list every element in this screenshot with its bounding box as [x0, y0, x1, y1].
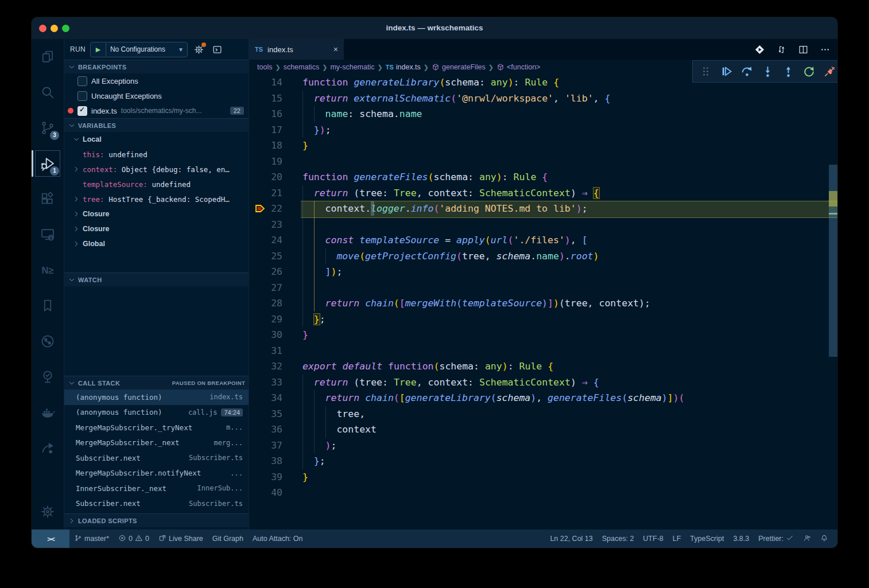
stack-frame-row[interactable]: Subscriber.nextSubscriber.ts	[64, 450, 249, 466]
scope-closure[interactable]: Closure	[64, 207, 249, 221]
status-git-graph[interactable]: Git Graph	[208, 535, 248, 543]
breakpoint-row[interactable]: All Exceptions	[64, 73, 249, 88]
line-number[interactable]: 20	[249, 169, 282, 185]
code-editor[interactable]: 14function generateLibrary(schema: any):…	[249, 75, 837, 529]
stack-frame-row[interactable]: Subscriber.nextSubscriber.ts	[64, 496, 249, 512]
status-ts-version[interactable]: 3.8.3	[728, 535, 754, 543]
code-line[interactable]: 36context	[249, 422, 829, 438]
status-live-share[interactable]: Live Share	[154, 534, 208, 544]
line-number[interactable]: 40	[249, 485, 282, 501]
line-number[interactable]: 37	[249, 438, 282, 454]
sidebar-item-docker[interactable]	[32, 395, 64, 430]
more-actions-button[interactable]	[820, 44, 831, 55]
breadcrumb-item[interactable]: my-schematic	[330, 63, 374, 71]
open-debug-console-button[interactable]	[211, 42, 224, 56]
status-git-branch[interactable]: master*	[69, 534, 114, 544]
watch-section-header[interactable]: WATCH	[64, 272, 249, 286]
status-language-mode[interactable]: TypeScript	[685, 535, 728, 543]
variable-row[interactable]: templateSource: undefined	[64, 177, 249, 192]
code-line[interactable]: 34return chain([generateLibrary(schema),…	[249, 390, 829, 406]
status-indentation[interactable]: Spaces: 2	[598, 535, 639, 543]
sidebar-item-extensions[interactable]	[32, 181, 64, 217]
stack-frame-row[interactable]: (anonymous function)index.ts	[64, 390, 249, 405]
status-feedback[interactable]	[798, 534, 816, 544]
stack-frame-row[interactable]: InnerSubscriber._nextInnerSub...	[64, 481, 249, 496]
line-number[interactable]: 15	[249, 91, 282, 107]
code-line[interactable]: 16name: schema.name	[249, 106, 829, 122]
line-number[interactable]: 28	[249, 295, 282, 311]
code-line[interactable]: 38};	[249, 453, 829, 469]
line-number[interactable]: 26	[249, 264, 282, 280]
breakpoint-checkbox[interactable]	[77, 76, 87, 86]
line-number[interactable]: 32	[249, 359, 282, 375]
code-line[interactable]: 37);	[249, 438, 829, 454]
run-file-button[interactable]	[754, 44, 765, 55]
breadcrumb-item[interactable]: TSindex.ts	[386, 63, 421, 71]
code-line[interactable]: 25move(getProjectConfig(tree, schema.nam…	[249, 248, 829, 264]
code-line[interactable]: 30}	[249, 327, 829, 343]
line-number[interactable]: 14	[249, 75, 282, 91]
step-over-button[interactable]	[738, 63, 755, 80]
line-number[interactable]: 29	[249, 311, 282, 328]
remote-indicator[interactable]: ><	[32, 529, 69, 548]
sidebar-item-test-explorer[interactable]	[32, 359, 64, 395]
breadcrumb-item[interactable]: <function>	[496, 63, 540, 71]
configure-gear-button[interactable]	[192, 42, 206, 56]
stack-frame-row[interactable]: (anonymous function)call.js74:24	[64, 405, 249, 420]
code-line[interactable]: 39}	[249, 469, 829, 485]
status-notifications[interactable]	[816, 534, 833, 544]
variables-section-header[interactable]: VARIABLES	[64, 118, 249, 132]
code-line[interactable]: 22context.logger.info('adding NOTES.md t…	[249, 201, 829, 217]
breakpoint-row[interactable]: index.tstools/schematics/my-sch...22	[64, 103, 249, 118]
breadcrumb-item[interactable]: tools	[257, 63, 272, 71]
breakpoint-checkbox[interactable]	[77, 91, 87, 101]
code-line[interactable]: 20function generateFiles(schema: any): R…	[249, 169, 829, 185]
status-encoding[interactable]: UTF-8	[638, 535, 668, 543]
code-line[interactable]: 28return chain([mergeWith(templateSource…	[249, 295, 829, 311]
code-line[interactable]: 29};	[249, 311, 829, 328]
code-line[interactable]: 32export default function(schema: any): …	[249, 359, 829, 375]
line-number[interactable]: 34	[249, 390, 282, 406]
code-line[interactable]: 23	[249, 217, 829, 233]
line-number[interactable]: 35	[249, 406, 282, 422]
scope-closure[interactable]: Closure	[64, 221, 249, 236]
status-problems[interactable]: 00	[114, 534, 154, 544]
line-number[interactable]: 27	[249, 280, 282, 296]
launch-configuration-dropdown[interactable]: ▶ No Configurations ▼	[90, 42, 188, 57]
variable-row[interactable]: context: Object {debug: false, en…	[64, 162, 249, 177]
line-number[interactable]: 31	[249, 343, 282, 359]
code-line[interactable]: 21return (tree: Tree, context: Schematic…	[249, 185, 829, 201]
sidebar-item-remote-explorer[interactable]	[32, 217, 64, 252]
code-line[interactable]: 26]);	[249, 264, 829, 280]
breadcrumb-item[interactable]: generateFiles	[432, 63, 486, 71]
loaded-scripts-section-header[interactable]: LOADED SCRIPTS	[64, 513, 249, 527]
line-number[interactable]: 24	[249, 232, 282, 248]
scope-global[interactable]: Global	[64, 236, 249, 251]
code-line[interactable]: 31	[249, 343, 829, 359]
line-number[interactable]: 30	[249, 327, 282, 343]
stack-frame-row[interactable]: MergeMapSubscriber.notifyNext...	[64, 466, 249, 481]
line-number[interactable]: 25	[249, 248, 282, 264]
code-line[interactable]: 17});	[249, 122, 829, 138]
code-line[interactable]: 35tree,	[249, 406, 829, 422]
stack-frame-row[interactable]: MergeMapSubscriber._tryNextm...	[64, 420, 249, 435]
status-auto-attach[interactable]: Auto Attach: On	[248, 535, 308, 543]
tab-index-ts[interactable]: TS index.ts ×	[249, 39, 344, 60]
line-number[interactable]: 17	[249, 122, 282, 138]
line-number[interactable]: 19	[249, 154, 282, 170]
code-line[interactable]: 15return externalSchematic('@nrwl/worksp…	[249, 91, 829, 107]
line-number[interactable]: 36	[249, 422, 282, 438]
scrollbar-overview-ruler[interactable]	[829, 75, 837, 529]
variable-row[interactable]: tree: HostTree {_backend: ScopedH…	[64, 192, 249, 207]
line-number[interactable]: 21	[249, 185, 282, 201]
step-into-button[interactable]	[759, 63, 776, 80]
step-out-button[interactable]	[780, 63, 797, 80]
call-stack-section-header[interactable]: CALL STACKPAUSED ON BREAKPOINT	[64, 376, 249, 390]
sidebar-item-settings[interactable]	[32, 494, 64, 529]
breakpoint-row[interactable]: Uncaught Exceptions	[64, 88, 249, 103]
status-eol[interactable]: LF	[668, 535, 686, 543]
breakpoints-section-header[interactable]: BREAKPOINTS	[64, 60, 249, 73]
code-line[interactable]: 18}	[249, 138, 829, 154]
stack-frame-row[interactable]: MergeMapSubscriber._nextmerg...	[64, 435, 249, 451]
line-number[interactable]: 38	[249, 453, 282, 469]
